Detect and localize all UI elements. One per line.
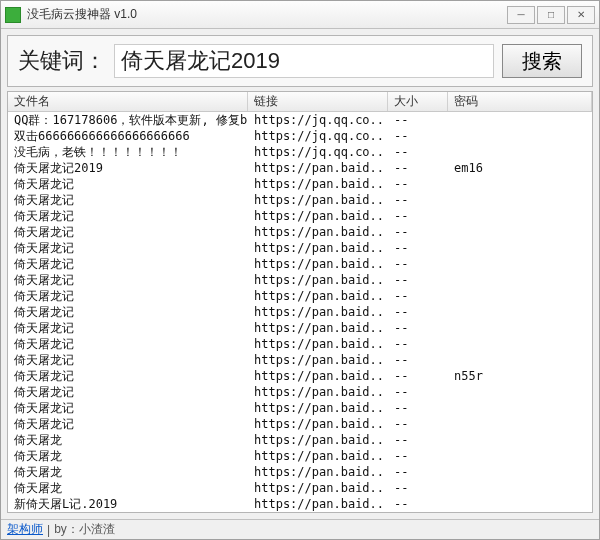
cell-pwd [448,400,592,416]
cell-link: https://pan.baid.. [248,224,388,240]
col-header-password[interactable]: 密码 [448,92,592,111]
cell-pwd [448,112,592,128]
cell-size: -- [388,240,448,256]
cell-pwd [448,352,592,368]
cell-pwd [448,272,592,288]
table-row[interactable]: 倚天屠龙记https://pan.baid..-- [8,256,592,272]
cell-link: https://pan.baid.. [248,176,388,192]
cell-name: 倚天屠龙记 [8,400,248,416]
cell-link: https://pan.baid.. [248,288,388,304]
cell-pwd: em16 [448,160,592,176]
table-row[interactable]: 倚天屠龙记https://pan.baid..-- [8,192,592,208]
cell-link: https://pan.baid.. [248,416,388,432]
cell-name: 倚天屠龙记2019 [8,160,248,176]
cell-name: 倚天屠龙记 [8,304,248,320]
table-row[interactable]: 倚天屠龙记https://pan.baid..-- [8,240,592,256]
cell-name: 倚天屠龙记 [8,192,248,208]
cell-link: https://pan.baid.. [248,496,388,512]
cell-pwd [448,192,592,208]
cell-link: https://pan.baid.. [248,160,388,176]
search-button[interactable]: 搜索 [502,44,582,78]
titlebar[interactable]: 没毛病云搜神器 v1.0 ─ □ ✕ [1,1,599,29]
cell-size: -- [388,208,448,224]
cell-name: 倚天屠龙记 [8,176,248,192]
cell-name: QQ群：167178606，软件版本更新, 修复bug.. [8,112,248,128]
status-link[interactable]: 架构师 [7,521,43,538]
keyword-label: 关键词： [18,46,106,76]
cell-size: -- [388,368,448,384]
cell-name: 倚天屠龙 [8,448,248,464]
table-row[interactable]: 倚天屠龙https://pan.baid..-- [8,480,592,496]
cell-pwd [448,320,592,336]
table-row[interactable]: 倚天屠龙https://pan.baid..-- [8,448,592,464]
cell-name: 没毛病，老铁！！！！！！！！ [8,144,248,160]
results-table: 文件名 链接 大小 密码 QQ群：167178606，软件版本更新, 修复bug… [7,91,593,513]
cell-link: https://pan.baid.. [248,304,388,320]
table-row[interactable]: 新倚天屠L记.2019https://pan.baid..-- [8,496,592,512]
cell-name: 新倚天屠L记.2019 [8,496,248,512]
cell-pwd [448,288,592,304]
table-row[interactable]: 倚天屠龙记https://pan.baid..-- [8,416,592,432]
table-row[interactable]: QQ群：167178606，软件版本更新, 修复bug..https://jq.… [8,112,592,128]
cell-name: 倚天屠龙记 [8,352,248,368]
cell-name: 倚天屠龙记 [8,256,248,272]
cell-link: https://jq.qq.co.. [248,128,388,144]
table-header: 文件名 链接 大小 密码 [8,92,592,112]
table-row[interactable]: 没毛病，老铁！！！！！！！！https://jq.qq.co..-- [8,144,592,160]
cell-link: https://pan.baid.. [248,320,388,336]
cell-name: 倚天屠龙记 [8,336,248,352]
table-row[interactable]: 双击666666666666666666666https://jq.qq.co.… [8,128,592,144]
cell-link: https://pan.baid.. [248,384,388,400]
table-body[interactable]: QQ群：167178606，软件版本更新, 修复bug..https://jq.… [8,112,592,512]
table-row[interactable]: 倚天屠龙https://pan.baid..-- [8,432,592,448]
close-button[interactable]: ✕ [567,6,595,24]
cell-pwd [448,128,592,144]
cell-size: -- [388,304,448,320]
cell-link: https://pan.baid.. [248,480,388,496]
cell-pwd [448,144,592,160]
table-row[interactable]: 倚天屠龙记https://pan.baid..-- [8,336,592,352]
table-row[interactable]: 倚天屠龙记https://pan.baid..-- [8,304,592,320]
col-header-size[interactable]: 大小 [388,92,448,111]
minimize-button[interactable]: ─ [507,6,535,24]
cell-size: -- [388,160,448,176]
cell-name: 倚天屠龙 [8,432,248,448]
table-row[interactable]: 倚天屠龙https://pan.baid..-- [8,464,592,480]
cell-pwd [448,480,592,496]
table-row[interactable]: 倚天屠龙记https://pan.baid..-- [8,208,592,224]
maximize-button[interactable]: □ [537,6,565,24]
cell-pwd [448,304,592,320]
cell-size: -- [388,480,448,496]
table-row[interactable]: 倚天屠龙记https://pan.baid..-- [8,176,592,192]
table-row[interactable]: 倚天屠龙记https://pan.baid..-- [8,400,592,416]
table-row[interactable]: 倚天屠龙记2019https://pan.baid..--em16 [8,160,592,176]
cell-link: https://pan.baid.. [248,240,388,256]
table-row[interactable]: 倚天屠龙记https://pan.baid..--n55r [8,368,592,384]
cell-pwd [448,240,592,256]
cell-name: 倚天屠龙 [8,480,248,496]
cell-size: -- [388,256,448,272]
cell-name: 倚天屠龙记 [8,384,248,400]
cell-name: 倚天屠龙记 [8,224,248,240]
cell-name: 双击666666666666666666666 [8,128,248,144]
table-row[interactable]: 倚天屠龙记https://pan.baid..-- [8,352,592,368]
keyword-input[interactable] [114,44,494,78]
cell-pwd [448,448,592,464]
cell-link: https://pan.baid.. [248,400,388,416]
table-row[interactable]: 倚天屠龙记https://pan.baid..-- [8,384,592,400]
cell-pwd [448,208,592,224]
cell-size: -- [388,416,448,432]
cell-name: 倚天屠龙记 [8,416,248,432]
table-row[interactable]: 倚天屠龙记https://pan.baid..-- [8,288,592,304]
content-area: 关键词： 搜索 文件名 链接 大小 密码 QQ群：167178606，软件版本更… [1,29,599,519]
table-row[interactable]: 倚天屠龙记https://pan.baid..-- [8,320,592,336]
cell-link: https://pan.baid.. [248,464,388,480]
col-header-link[interactable]: 链接 [248,92,388,111]
cell-link: https://pan.baid.. [248,352,388,368]
table-row[interactable]: 倚天屠龙记https://pan.baid..-- [8,272,592,288]
cell-size: -- [388,128,448,144]
cell-name: 倚天屠龙 [8,464,248,480]
table-row[interactable]: 倚天屠龙记https://pan.baid..-- [8,224,592,240]
app-window: 没毛病云搜神器 v1.0 ─ □ ✕ 关键词： 搜索 文件名 链接 大小 密码 … [0,0,600,540]
col-header-filename[interactable]: 文件名 [8,92,248,111]
